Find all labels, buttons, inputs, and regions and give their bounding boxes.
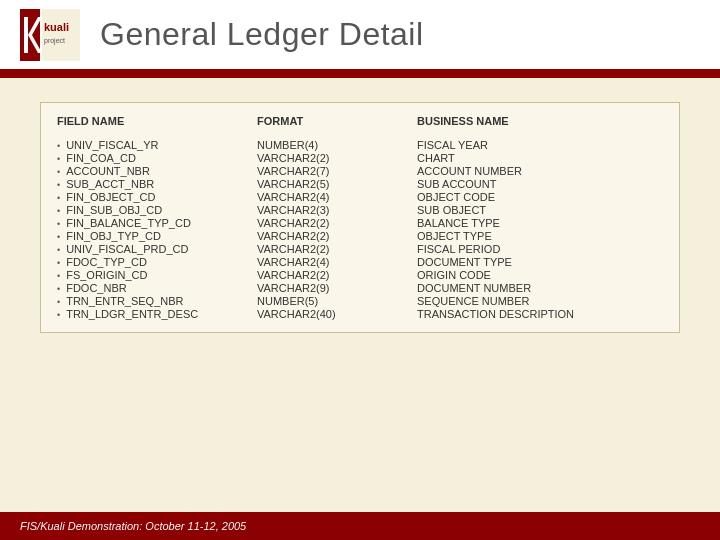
- field-business: SUB OBJECT: [417, 204, 663, 216]
- table-row: • FIN_BALANCE_TYP_CD VARCHAR2(2) BALANCE…: [57, 217, 663, 229]
- field-name: • FS_ORIGIN_CD: [57, 269, 257, 281]
- table-row: • FDOC_NBR VARCHAR2(9) DOCUMENT NUMBER: [57, 282, 663, 294]
- field-format: VARCHAR2(4): [257, 256, 417, 268]
- logo-box: kuali project: [20, 9, 80, 61]
- col-field-name: FIELD NAME: [57, 115, 257, 127]
- field-business: FISCAL YEAR: [417, 139, 663, 151]
- page-header: kuali project General Ledger Detail: [0, 0, 720, 72]
- bullet-icon: •: [57, 141, 60, 151]
- field-business: ACCOUNT NUMBER: [417, 165, 663, 177]
- field-name: • FIN_COA_CD: [57, 152, 257, 164]
- field-business: OBJECT TYPE: [417, 230, 663, 242]
- field-name: • UNIV_FISCAL_PRD_CD: [57, 243, 257, 255]
- field-format: VARCHAR2(40): [257, 308, 417, 320]
- bullet-icon: •: [57, 245, 60, 255]
- field-name: • FDOC_TYP_CD: [57, 256, 257, 268]
- field-format: VARCHAR2(2): [257, 217, 417, 229]
- field-business: CHART: [417, 152, 663, 164]
- page-footer: FIS/Kuali Demonstration: October 11-12, …: [0, 512, 720, 540]
- field-business: SUB ACCOUNT: [417, 178, 663, 190]
- table-row: • FDOC_TYP_CD VARCHAR2(4) DOCUMENT TYPE: [57, 256, 663, 268]
- svg-text:project: project: [44, 37, 65, 45]
- table-row: • FIN_OBJECT_CD VARCHAR2(4) OBJECT CODE: [57, 191, 663, 203]
- table-row: • UNIV_FISCAL_PRD_CD VARCHAR2(2) FISCAL …: [57, 243, 663, 255]
- bullet-icon: •: [57, 232, 60, 242]
- bullet-icon: •: [57, 271, 60, 281]
- col-business-name: BUSINESS NAME: [417, 115, 663, 127]
- table-row: • FIN_SUB_OBJ_CD VARCHAR2(3) SUB OBJECT: [57, 204, 663, 216]
- field-format: VARCHAR2(7): [257, 165, 417, 177]
- svg-rect-3: [42, 9, 80, 61]
- table-container: FIELD NAME FORMAT BUSINESS NAME • UNIV_F…: [40, 102, 680, 333]
- bullet-icon: •: [57, 284, 60, 294]
- table-row: • ACCOUNT_NBR VARCHAR2(7) ACCOUNT NUMBER: [57, 165, 663, 177]
- bullet-icon: •: [57, 297, 60, 307]
- svg-rect-1: [24, 17, 28, 53]
- field-name: • FIN_SUB_OBJ_CD: [57, 204, 257, 216]
- table-row: • TRN_ENTR_SEQ_NBR NUMBER(5) SEQUENCE NU…: [57, 295, 663, 307]
- field-format: VARCHAR2(2): [257, 152, 417, 164]
- table-row: • UNIV_FISCAL_YR NUMBER(4) FISCAL YEAR: [57, 139, 663, 151]
- field-format: NUMBER(4): [257, 139, 417, 151]
- bullet-icon: •: [57, 167, 60, 177]
- table-row: • FIN_OBJ_TYP_CD VARCHAR2(2) OBJECT TYPE: [57, 230, 663, 242]
- footer-text: FIS/Kuali Demonstration: October 11-12, …: [20, 520, 246, 532]
- field-business: DOCUMENT NUMBER: [417, 282, 663, 294]
- table-row: • FS_ORIGIN_CD VARCHAR2(2) ORIGIN CODE: [57, 269, 663, 281]
- table-row: • TRN_LDGR_ENTR_DESC VARCHAR2(40) TRANSA…: [57, 308, 663, 320]
- bullet-icon: •: [57, 219, 60, 229]
- bullet-icon: •: [57, 258, 60, 268]
- field-name: • FIN_BALANCE_TYP_CD: [57, 217, 257, 229]
- bullet-icon: •: [57, 154, 60, 164]
- table-row: • FIN_COA_CD VARCHAR2(2) CHART: [57, 152, 663, 164]
- field-format: VARCHAR2(2): [257, 269, 417, 281]
- field-format: NUMBER(5): [257, 295, 417, 307]
- bullet-icon: •: [57, 206, 60, 216]
- field-format: VARCHAR2(9): [257, 282, 417, 294]
- field-business: TRANSACTION DESCRIPTION: [417, 308, 663, 320]
- field-business: ORIGIN CODE: [417, 269, 663, 281]
- field-business: BALANCE TYPE: [417, 217, 663, 229]
- field-name: • FIN_OBJ_TYP_CD: [57, 230, 257, 242]
- field-format: VARCHAR2(4): [257, 191, 417, 203]
- bullet-icon: •: [57, 180, 60, 190]
- page-title: General Ledger Detail: [100, 16, 424, 53]
- logo-area: kuali project: [20, 9, 80, 61]
- main-content: FIELD NAME FORMAT BUSINESS NAME • UNIV_F…: [0, 78, 720, 343]
- field-business: FISCAL PERIOD: [417, 243, 663, 255]
- field-business: OBJECT CODE: [417, 191, 663, 203]
- field-name: • UNIV_FISCAL_YR: [57, 139, 257, 151]
- table-header: FIELD NAME FORMAT BUSINESS NAME: [57, 115, 663, 131]
- field-format: VARCHAR2(2): [257, 243, 417, 255]
- table-row: • SUB_ACCT_NBR VARCHAR2(5) SUB ACCOUNT: [57, 178, 663, 190]
- field-business: SEQUENCE NUMBER: [417, 295, 663, 307]
- field-format: VARCHAR2(3): [257, 204, 417, 216]
- field-name: • TRN_LDGR_ENTR_DESC: [57, 308, 257, 320]
- bullet-icon: •: [57, 310, 60, 320]
- bullet-icon: •: [57, 193, 60, 203]
- field-name: • SUB_ACCT_NBR: [57, 178, 257, 190]
- field-format: VARCHAR2(5): [257, 178, 417, 190]
- field-business: DOCUMENT TYPE: [417, 256, 663, 268]
- table-rows: • UNIV_FISCAL_YR NUMBER(4) FISCAL YEAR •…: [57, 139, 663, 320]
- col-format: FORMAT: [257, 115, 417, 127]
- field-name: • ACCOUNT_NBR: [57, 165, 257, 177]
- field-name: • FIN_OBJECT_CD: [57, 191, 257, 203]
- kuali-logo: kuali project: [20, 9, 80, 61]
- field-name: • TRN_ENTR_SEQ_NBR: [57, 295, 257, 307]
- field-name: • FDOC_NBR: [57, 282, 257, 294]
- field-format: VARCHAR2(2): [257, 230, 417, 242]
- svg-text:kuali: kuali: [44, 21, 69, 33]
